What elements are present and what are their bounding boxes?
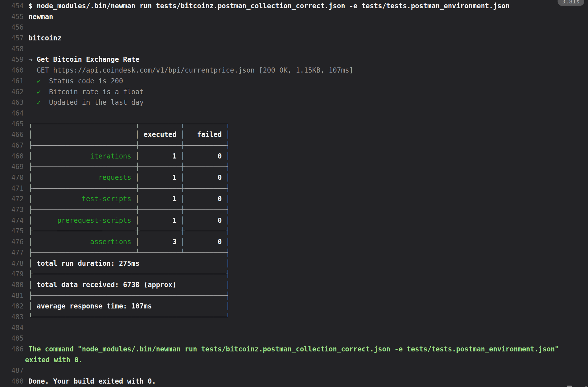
log-text-segment: ─────────── [57, 227, 102, 235]
line-number[interactable]: 466 [0, 129, 24, 140]
line-number[interactable]: 479 [0, 269, 24, 280]
log-text-segment: 0 [185, 152, 226, 160]
log-text-segment: 1 [139, 217, 181, 225]
log-text-segment: newman [28, 13, 53, 21]
log-text-segment: │ [181, 195, 185, 203]
log-line-text [24, 44, 28, 55]
log-line-text: ├─────────────────────────┼──────────┼──… [24, 183, 230, 194]
line-number[interactable]: 470 [0, 172, 24, 183]
log-text-segment: └───────────────────────────────────────… [28, 313, 230, 321]
line-number[interactable]: 464 [0, 108, 24, 119]
log-line: 469├─────────────────────────┼──────────… [0, 162, 588, 172]
log-line: 471├─────────────────────────┼──────────… [0, 183, 588, 194]
log-text-segment: 1 [139, 174, 181, 182]
line-number[interactable]: 473 [0, 205, 24, 215]
line-number[interactable]: 461 [0, 76, 24, 87]
line-number[interactable]: 472 [0, 194, 24, 205]
line-number[interactable]: 471 [0, 183, 24, 194]
log-text-segment: │ [135, 174, 139, 182]
line-number[interactable]: 488 [0, 376, 24, 387]
log-text-segment: total data received: 673B (approx) [32, 281, 176, 289]
log-text-segment: ├────── [28, 227, 57, 235]
log-line: 470│ requests │ 1 │ 0 │ [0, 172, 588, 183]
log-text-segment: │ [226, 131, 230, 139]
line-number[interactable]: 478 [0, 258, 24, 269]
log-text-segment: requests [32, 174, 135, 182]
log-text-segment: Get Bitcoin Exchange Rate [37, 55, 139, 63]
log-text-segment: failed [185, 131, 226, 139]
line-number[interactable]: 467 [0, 140, 24, 151]
log-line: 477├─────────────────────────┴──────────… [0, 248, 588, 258]
line-number[interactable]: 454 [0, 1, 24, 12]
log-text-segment: │ │ [28, 131, 139, 139]
line-number[interactable]: 476 [0, 237, 24, 248]
line-number[interactable]: 469 [0, 162, 24, 172]
log-text-segment [28, 98, 37, 106]
line-number[interactable]: 477 [0, 248, 24, 258]
line-number[interactable]: 456 [0, 22, 24, 33]
log-text-segment: ────────┼──────────┼──────────┤ [102, 227, 230, 235]
line-number[interactable]: 459 [0, 54, 24, 65]
log-line-text: ✓ Bitcoin rate is a float [24, 87, 144, 98]
log-line-text [24, 108, 28, 119]
line-number[interactable]: 465 [0, 119, 24, 130]
log-text-segment: │ [28, 152, 32, 160]
log-text-segment: │ [226, 238, 230, 246]
log-line-text: → Get Bitcoin Exchange Rate [24, 54, 139, 65]
log-line-text: │ total run duration: 275ms │ [24, 258, 230, 269]
log-text-segment: average response time: 107ms [32, 302, 152, 310]
line-number[interactable]: 487 [0, 365, 24, 376]
line-number[interactable]: 484 [0, 323, 24, 334]
log-line: 487 [0, 365, 588, 376]
check-icon: ✓ [37, 88, 41, 96]
log-text-segment: prerequest-scripts [32, 217, 135, 225]
line-number[interactable]: 458 [0, 44, 24, 55]
line-number[interactable]: 486 [0, 344, 24, 355]
log-line-text: │ iterations │ 1 │ 0 │ [24, 151, 230, 162]
log-line: 463 ✓ Updated in the last day [0, 97, 588, 108]
log-line-text [24, 22, 28, 33]
log-line-text: Done. Your build exited with 0. [24, 376, 156, 387]
log-text-segment: Updated in the last day [41, 98, 143, 106]
scrollbar-fragment [585, 386, 587, 387]
log-text-segment: ├─────────────────────────┼──────────┼──… [28, 206, 230, 214]
log-text-segment: │ [135, 195, 139, 203]
log-text-segment: │ [135, 217, 139, 225]
log-line-text: │ average response time: 107ms │ [24, 301, 230, 312]
fold-duration-badge: 3.81s [558, 0, 584, 6]
line-number[interactable]: 463 [0, 97, 24, 108]
line-number[interactable]: 475 [0, 226, 24, 237]
log-line: 472│ test-scripts │ 1 │ 0 │ [0, 194, 588, 205]
log-line-text: ├───────────────────────────────────────… [24, 291, 230, 301]
line-number[interactable]: 468 [0, 151, 24, 162]
log-text-segment: iterations [32, 152, 135, 160]
line-number[interactable]: 462 [0, 87, 24, 98]
log-line-text: $ node_modules/.bin/newman run tests/bit… [24, 1, 510, 12]
line-number[interactable]: 485 [0, 333, 24, 344]
line-number[interactable]: 457 [0, 33, 24, 44]
line-number[interactable]: 483 [0, 312, 24, 323]
line-number[interactable]: 481 [0, 291, 24, 301]
log-line: 486The command "node_modules/.bin/newman… [0, 344, 588, 355]
log-text-segment: │ [28, 260, 32, 267]
log-text-segment: ├─────────────────────────┼──────────┼──… [28, 184, 230, 192]
log-line: 481├────────────────────────────────────… [0, 291, 588, 301]
line-number[interactable]: 474 [0, 215, 24, 226]
log-line: 473├─────────────────────────┼──────────… [0, 205, 588, 215]
line-number[interactable]: 482 [0, 301, 24, 312]
log-line-text: ├─────────────────────────┼──────────┼──… [24, 140, 230, 151]
log-line-text: └───────────────────────────────────────… [24, 312, 230, 323]
line-number[interactable]: 480 [0, 280, 24, 291]
build-log: 454$ node_modules/.bin/newman run tests/… [0, 1, 588, 387]
log-text-segment: bitcoinz [28, 34, 61, 42]
log-line: 475├─────────────────────────┼──────────… [0, 226, 588, 237]
line-number[interactable]: 455 [0, 12, 24, 22]
log-text-segment: ├─────────────────────────┼──────────┼──… [28, 141, 230, 149]
line-number[interactable]: 460 [0, 65, 24, 76]
log-text-segment: 1 [139, 195, 181, 203]
clipped-badge-fragment [567, 386, 572, 387]
log-text-segment: 0 [185, 174, 226, 182]
log-text-segment: 0 [185, 195, 226, 203]
log-line: 458 [0, 44, 588, 55]
log-line-text: ├─────────────────────────┼──────────┼──… [24, 226, 230, 237]
